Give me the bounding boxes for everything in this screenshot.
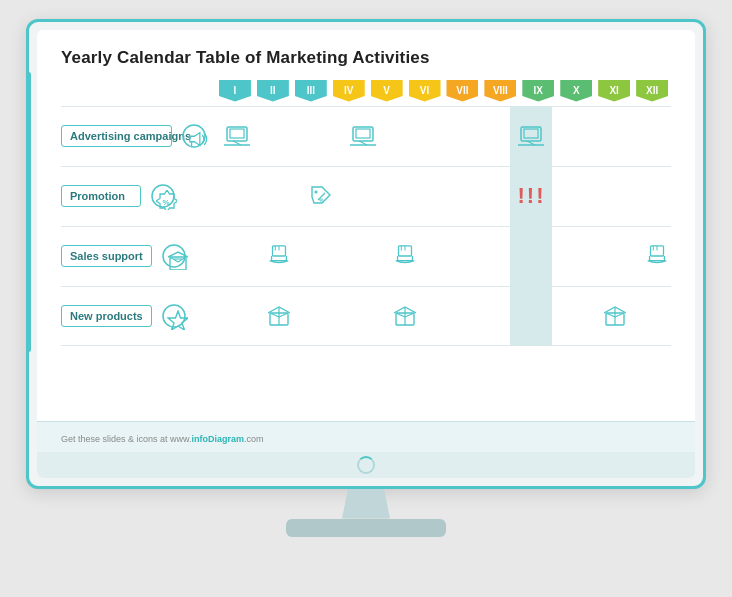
row-cells-0 (216, 106, 695, 166)
cell-0-1 (258, 106, 300, 166)
svg-text:%: % (163, 198, 170, 207)
cell-1-10 (636, 166, 678, 226)
row-label-box-0: Advertising campaigns (61, 125, 172, 147)
screen-content: Yearly Calendar Table of Marketing Activ… (37, 30, 695, 421)
cell-1-1 (258, 166, 300, 226)
month-col-11: XI (595, 80, 633, 102)
cell-icon-1-7: !!! (518, 183, 545, 209)
cell-1-7: !!! (510, 166, 552, 226)
row-cells-2 (216, 226, 695, 286)
table-row: Promotion % % !!! (61, 166, 671, 226)
row-arrow-1: % (149, 182, 177, 210)
monitor-base (286, 519, 446, 537)
row-label-0: Advertising campaigns (61, 122, 216, 150)
month-col-9: IX (519, 80, 557, 102)
cell-2-8 (552, 226, 594, 286)
month-col-8: VIII (481, 80, 519, 102)
cell-2-1 (258, 226, 300, 286)
cell-3-6 (468, 286, 510, 346)
cell-icon-2-10 (644, 243, 670, 269)
month-col-1: I (216, 80, 254, 102)
cell-2-10 (636, 226, 678, 286)
month-flag-9: IX (522, 80, 554, 102)
header-row: IIIIIIIVVVIVIIVIIIIXXXIXII (216, 80, 671, 102)
table-row: Sales support (61, 226, 671, 286)
cell-3-8 (552, 286, 594, 346)
table-row: New products (61, 286, 671, 346)
cell-2-7 (510, 226, 552, 286)
cell-3-3 (342, 286, 384, 346)
cell-1-4 (384, 166, 426, 226)
cell-3-5 (426, 286, 468, 346)
monitor-screen: Yearly Calendar Table of Marketing Activ… (37, 30, 695, 478)
month-col-2: II (254, 80, 292, 102)
cell-3-4 (384, 286, 426, 346)
screen-bottom-bar (37, 452, 695, 478)
month-col-3: III (292, 80, 330, 102)
cell-2-0 (216, 226, 258, 286)
month-flag-1: I (219, 80, 251, 102)
cell-3-7 (510, 286, 552, 346)
cell-icon-0-7 (518, 126, 544, 146)
cell-2-11 (678, 226, 695, 286)
cell-0-3 (342, 106, 384, 166)
data-rows: Advertising campaigns Promotion % % !!!S… (61, 106, 671, 346)
cell-icon-3-4 (394, 305, 416, 327)
cell-0-2 (300, 106, 342, 166)
cell-0-0 (216, 106, 258, 166)
svg-rect-7 (356, 129, 370, 138)
footer-bar: Get these slides & icons at www.infoDiag… (37, 421, 695, 452)
month-flag-2: II (257, 80, 289, 102)
cell-1-6 (468, 166, 510, 226)
cell-3-9 (594, 286, 636, 346)
monitor-frame: Yearly Calendar Table of Marketing Activ… (26, 19, 706, 489)
cell-0-5 (426, 106, 468, 166)
table-row: Advertising campaigns (61, 106, 671, 166)
slide-title: Yearly Calendar Table of Marketing Activ… (61, 48, 671, 68)
month-col-4: IV (330, 80, 368, 102)
cell-1-5 (426, 166, 468, 226)
svg-rect-11 (524, 129, 538, 138)
row-cells-3 (216, 286, 695, 346)
row-arrow-0 (180, 122, 208, 150)
month-col-10: X (557, 80, 595, 102)
month-flag-3: III (295, 80, 327, 102)
cell-2-6 (468, 226, 510, 286)
footer-text: Get these slides & icons at www.infoDiag… (61, 434, 264, 444)
row-label-2: Sales support (61, 242, 216, 270)
cell-0-6 (468, 106, 510, 166)
cell-2-9 (594, 226, 636, 286)
cell-icon-3-1 (268, 305, 290, 327)
row-cells-1: % !!! (216, 166, 695, 226)
month-col-6: VI (406, 80, 444, 102)
cell-1-2: % (300, 166, 342, 226)
cell-3-1 (258, 286, 300, 346)
cell-icon-0-0 (224, 126, 250, 146)
cell-2-4 (384, 226, 426, 286)
cell-3-2 (300, 286, 342, 346)
cell-1-11 (678, 166, 695, 226)
calendar-table: IIIIIIIVVVIVIIVIIIIXXXIXII Advertising c… (61, 80, 671, 411)
svg-rect-3 (230, 129, 244, 138)
loading-spinner (357, 456, 375, 474)
row-label-box-2: Sales support (61, 245, 152, 267)
month-flag-6: VI (409, 80, 441, 102)
month-flag-4: IV (333, 80, 365, 102)
cell-0-4 (384, 106, 426, 166)
row-arrow-2 (160, 242, 188, 270)
row-label-box-1: Promotion (61, 185, 141, 207)
cell-3-10 (636, 286, 678, 346)
cell-2-3 (342, 226, 384, 286)
cell-icon-1-2: % (310, 185, 332, 207)
cell-0-11 (678, 106, 695, 166)
cell-icon-3-9 (604, 305, 626, 327)
month-flag-10: X (560, 80, 592, 102)
cell-1-0 (216, 166, 258, 226)
cell-icon-2-1 (266, 243, 292, 269)
cell-0-10 (636, 106, 678, 166)
cell-0-9 (594, 106, 636, 166)
cell-3-0 (216, 286, 258, 346)
svg-point-17 (315, 191, 318, 194)
svg-text:%: % (319, 197, 324, 203)
row-arrow-3 (160, 302, 188, 330)
